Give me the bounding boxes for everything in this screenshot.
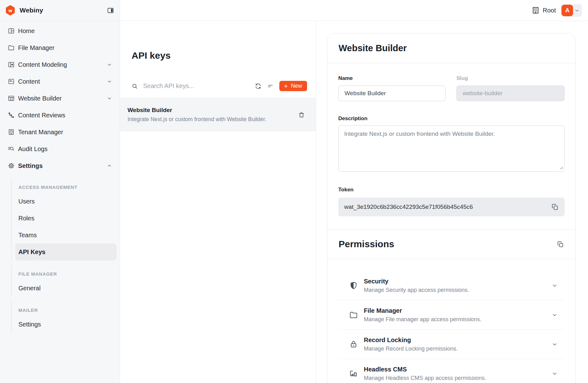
delete-icon[interactable] (298, 111, 305, 119)
sidebar-item-website-builder[interactable]: Website Builder (0, 90, 120, 107)
plus-icon (283, 84, 288, 89)
chevron-down-icon (552, 341, 558, 347)
lock-icon (349, 340, 358, 349)
user-menu[interactable]: A (561, 4, 582, 17)
sidebar: w Webiny Home File (0, 0, 120, 383)
sidebar-item-label: Roles (18, 215, 34, 222)
sort-icon[interactable] (267, 83, 274, 90)
sidebar-item-label: General (18, 285, 41, 292)
sidebar-item-label: Content (18, 78, 40, 85)
permission-title: Record Locking (364, 336, 458, 344)
section-label: FILE MANAGER (12, 265, 120, 280)
permission-row-file-manager[interactable]: File Manager Manage File manager app acc… (327, 300, 575, 329)
sidebar-item-label: Website Builder (18, 95, 62, 102)
sidebar-item-label: Users (18, 198, 35, 205)
permission-description: Manage Security app access permissions. (364, 287, 469, 293)
sidebar-item-label: File Manager (18, 44, 55, 52)
page-title: API keys (132, 50, 171, 61)
section-label: ACCESS MANAGEMENT (12, 178, 120, 193)
new-button-label: New (291, 83, 302, 89)
permission-title: Headless CMS (364, 366, 486, 373)
sidebar-nav: Home File Manager Content Modeling (0, 22, 120, 333)
tenant-name[interactable]: Root (543, 7, 556, 14)
sidebar-item-content-reviews[interactable]: Content Reviews (0, 107, 120, 124)
section-label: MAILER (12, 301, 120, 316)
sidebar-item-users[interactable]: Users (12, 193, 120, 210)
sidebar-collapse-icon[interactable] (107, 7, 114, 14)
chevron-down-icon (552, 282, 558, 289)
settings-section-access-management: ACCESS MANAGEMENT Users Roles Teams API … (11, 178, 120, 260)
sidebar-item-label: Settings (18, 321, 41, 328)
tenant-building-icon (532, 6, 540, 14)
permission-row-headless-cms[interactable]: Headless CMS Manage Headless CMS app acc… (327, 359, 575, 383)
api-keys-list: Website Builder Integrate Next.js or cus… (120, 98, 316, 131)
chevron-down-icon (574, 8, 580, 13)
chevron-down-icon (552, 371, 558, 377)
sidebar-item-label: API Keys (18, 248, 46, 256)
api-key-form: Name Slug Description Integrate Next.js … (327, 75, 575, 229)
shield-icon (349, 281, 358, 290)
content-reviews-icon (8, 112, 15, 119)
sidebar-header: w Webiny (0, 0, 120, 21)
description-label: Description (338, 115, 565, 122)
chevron-down-icon (552, 312, 558, 318)
copy-permissions-icon[interactable] (557, 241, 564, 248)
audit-logs-icon (8, 145, 15, 152)
sidebar-item-home[interactable]: Home (0, 22, 120, 39)
permissions-title: Permissions (339, 239, 394, 249)
sidebar-item-audit-logs[interactable]: Audit Logs (0, 140, 120, 157)
folder-icon (349, 311, 358, 319)
sidebar-item-label: Tenant Manager (18, 129, 63, 136)
permission-title: File Manager (364, 307, 481, 314)
token-label: Token (338, 187, 565, 193)
headless-cms-icon (349, 369, 358, 378)
sidebar-item-label: Content Reviews (18, 112, 65, 119)
sidebar-item-label: Home (18, 27, 35, 35)
sidebar-item-api-keys[interactable]: API Keys (15, 243, 117, 260)
api-keys-list-panel: API keys New Website Builder Inte (120, 21, 316, 383)
chevron-up-icon (107, 163, 112, 169)
search-icon (132, 83, 138, 89)
chevron-down-icon (107, 79, 112, 84)
website-builder-icon (8, 95, 15, 102)
brand-name: Webiny (20, 7, 43, 14)
content-modeling-icon (8, 61, 15, 68)
slug-field (456, 86, 565, 101)
description-field[interactable]: Integrate Next.js or custom frontend wit… (338, 125, 565, 172)
token-value: wat_3e1920c6b236cc42293c5e71f056b45c45c6 (344, 204, 473, 210)
new-api-key-button[interactable]: New (279, 81, 307, 91)
home-icon (8, 27, 15, 34)
permission-title: Security (364, 278, 469, 285)
sidebar-item-label: Content Modeling (18, 61, 67, 68)
sidebar-item-content-modeling[interactable]: Content Modeling (0, 56, 120, 73)
permission-description: Manage File manager app access permissio… (364, 316, 481, 323)
list-item-description: Integrate Next.js or custom frontend wit… (128, 116, 291, 123)
sidebar-item-label: Teams (18, 232, 37, 239)
copy-token-icon[interactable] (551, 203, 559, 211)
slug-label: Slug (456, 75, 565, 81)
permissions-header: Permissions (327, 229, 575, 259)
sidebar-item-general[interactable]: General (12, 280, 120, 297)
api-key-detail-panel: Website Builder Name Slug Description In… (316, 21, 588, 383)
sidebar-item-content[interactable]: Content (0, 73, 120, 90)
webiny-admin-app: w Webiny Home File (0, 0, 588, 383)
sidebar-item-settings[interactable]: Settings (0, 157, 120, 174)
sidebar-item-file-manager[interactable]: File Manager (0, 39, 120, 56)
refresh-icon[interactable] (255, 83, 262, 90)
sidebar-item-teams[interactable]: Teams (12, 227, 120, 243)
settings-section-mailer: MAILER Settings (11, 301, 120, 333)
sidebar-item-tenant-manager[interactable]: Tenant Manager (0, 124, 120, 140)
webiny-logo-icon: w (5, 5, 16, 16)
sidebar-item-label: Audit Logs (18, 145, 48, 153)
avatar: A (561, 5, 573, 16)
list-item-website-builder[interactable]: Website Builder Integrate Next.js or cus… (120, 98, 316, 131)
permission-row-security[interactable]: Security Manage Security app access perm… (327, 271, 575, 300)
sidebar-item-mailer-settings[interactable]: Settings (12, 316, 120, 333)
search-input[interactable] (143, 82, 255, 90)
api-key-card: Website Builder Name Slug Description In… (327, 33, 576, 383)
api-key-title: Website Builder (339, 43, 407, 53)
topbar: Root A (120, 0, 588, 21)
sidebar-item-roles[interactable]: Roles (12, 210, 120, 227)
permission-row-record-locking[interactable]: Record Locking Manage Record Locking per… (327, 330, 575, 359)
name-field[interactable] (338, 86, 446, 101)
